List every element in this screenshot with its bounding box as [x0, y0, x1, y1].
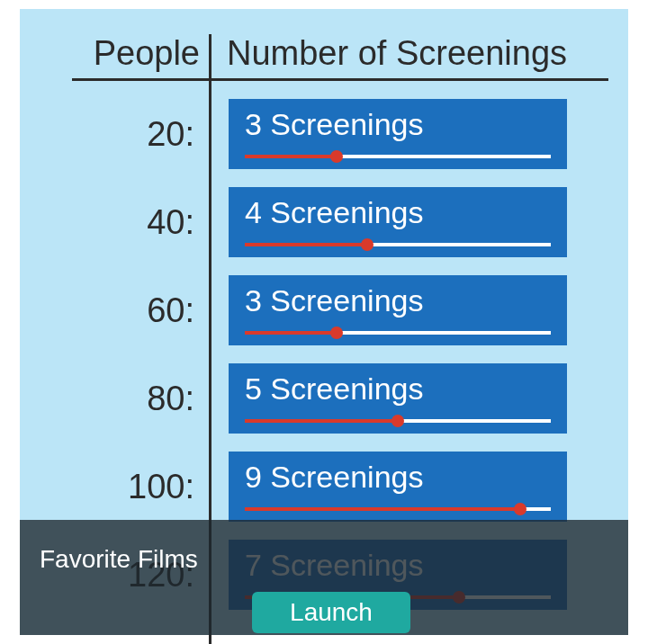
- table-header-row: People Number of Screenings: [72, 34, 608, 73]
- slider-thumb[interactable]: [514, 503, 526, 515]
- slider-fill: [245, 419, 398, 423]
- slider-thumb[interactable]: [361, 238, 374, 251]
- slider-track: [245, 155, 551, 158]
- screenings-value: 3 Screenings: [245, 106, 551, 142]
- screenings-value: 3 Screenings: [245, 282, 551, 318]
- slider-thumb[interactable]: [392, 415, 404, 427]
- launch-overlay: Favorite Films Launch: [20, 520, 628, 635]
- slider-track: [245, 243, 551, 246]
- slider-fill: [245, 331, 337, 335]
- slider-track: [245, 419, 551, 423]
- table-row: 80:5 Screenings: [72, 354, 608, 443]
- people-label: 100:: [72, 468, 209, 506]
- people-label: 40:: [72, 203, 209, 242]
- screenings-slider[interactable]: 3 Screenings: [229, 275, 567, 345]
- overlay-title: Favorite Films: [40, 545, 198, 574]
- screenings-value: 5 Screenings: [245, 371, 551, 407]
- header-people: People: [72, 34, 209, 73]
- slider-fill: [245, 243, 367, 246]
- people-label: 60:: [72, 291, 209, 330]
- slider-thumb[interactable]: [330, 150, 343, 163]
- screenings-value: 9 Screenings: [245, 459, 551, 495]
- people-label: 80:: [72, 380, 209, 418]
- slider-fill: [245, 507, 520, 511]
- slider-fill: [245, 155, 337, 158]
- table-row: 20:3 Screenings: [72, 90, 608, 178]
- screenings-slider[interactable]: 5 Screenings: [229, 363, 567, 434]
- slider-track: [245, 331, 551, 335]
- slider-thumb[interactable]: [330, 326, 343, 339]
- screenings-slider[interactable]: 9 Screenings: [229, 452, 567, 522]
- launch-button[interactable]: Launch: [252, 592, 410, 633]
- table-row: 60:3 Screenings: [72, 266, 608, 354]
- header-screenings: Number of Screenings: [209, 34, 608, 73]
- table-row: 100:9 Screenings: [72, 443, 608, 531]
- screenings-slider[interactable]: 3 Screenings: [229, 99, 567, 169]
- slider-track: [245, 507, 551, 511]
- screenings-value: 4 Screenings: [245, 194, 551, 230]
- people-label: 20:: [72, 115, 209, 154]
- table-row: 40:4 Screenings: [72, 178, 608, 266]
- screenings-slider[interactable]: 4 Screenings: [229, 187, 567, 257]
